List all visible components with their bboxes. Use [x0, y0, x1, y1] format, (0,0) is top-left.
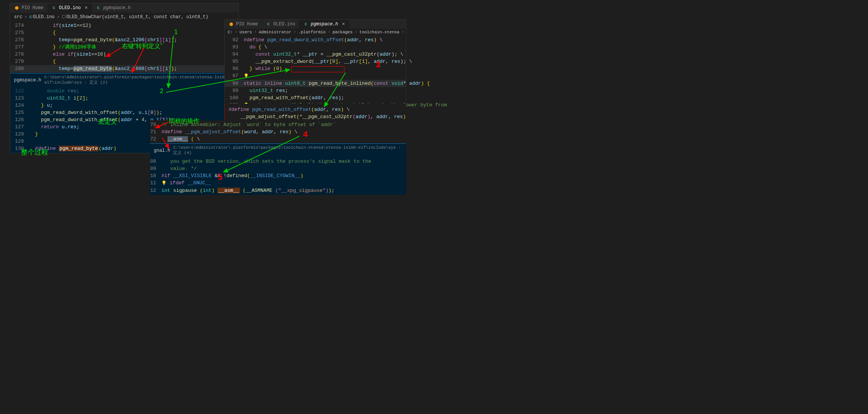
lineno: 127 [10, 123, 29, 131]
code-text: __pgm_adjust_offset(*__pgm_cast_u32ptr(a… [228, 113, 406, 120]
lineno: 12 [150, 187, 161, 194]
lineno: 93 [225, 44, 244, 51]
peek-header[interactable]: gnal.h C:\Users\Administrator\.platformi… [150, 144, 406, 157]
code-area-3[interactable]: #define pgm_read_with_offset(addr, res) … [225, 104, 406, 123]
bc-item: C: [228, 30, 233, 34]
lightbulb-icon[interactable]: 💡 [244, 74, 249, 78]
peek-code-2[interactable]: 08 you get the BSD version, which sets t… [150, 157, 406, 195]
code-text: #define pgm_read_dword_with_offset(addr,… [244, 36, 383, 44]
editor-panel-3: #define pgm_read_with_offset(addr, res) … [224, 104, 406, 123]
bc-item: packages [333, 30, 353, 34]
peek-file: gnal.h [154, 148, 170, 153]
bc-item: .platformio [298, 30, 326, 34]
peek-header[interactable]: pgmspace.h C:\Users\Administrator\.platf… [10, 73, 238, 87]
lineno: 08 [150, 158, 161, 165]
code-text: { [29, 58, 56, 65]
code-text: #define pgm_read_byte(addr) [29, 145, 116, 152]
peek-definition-2: gnal.h C:\Users\Administrator\.platformi… [150, 143, 406, 195]
tabbar-2: ⬢PIO Home COLED.ino Cpgmspace.h× [225, 20, 406, 29]
code-text: value. */ [161, 165, 197, 172]
code-area-1[interactable]: 274 if(size1==12) 275 { 276 temp=pgm_rea… [10, 21, 238, 73]
code-text: else if(size1==16) [29, 51, 106, 58]
bc-func: OLED_ShowChar(uint8_t, uint8_t, const ch… [66, 14, 208, 20]
tab-label: pgmspace.h [311, 22, 338, 27]
chevron-right-icon: › [57, 14, 59, 20]
lineno: 278 [10, 51, 29, 58]
lineno: 100 [225, 94, 244, 101]
bc-file: OLED.ino [33, 14, 55, 20]
code-text: __asm__ ( \ [161, 135, 200, 143]
c-icon: C [96, 5, 101, 11]
breadcrumb-2[interactable]: C:› Users› Administrator› .platformio› p… [225, 29, 406, 36]
lineno: 130 [10, 145, 29, 152]
code-text: // Inline assembler: Adjust `word` to by… [161, 121, 336, 128]
code-text: __pgm_extract_dword(__ptr[0], __ptr[1], … [244, 58, 412, 65]
lineno: 97 [225, 72, 244, 80]
code-text: 💡 ifdef __GNUC__ [161, 179, 211, 187]
bc-src: src [14, 14, 22, 20]
code-text: pgm_read_with_offset(addr, res); [244, 94, 344, 101]
lineno: 10 [150, 172, 161, 179]
close-icon[interactable]: × [342, 21, 345, 27]
c-icon: C [303, 22, 308, 27]
code-text: do { \ [244, 44, 267, 51]
chevron-right-icon: › [294, 30, 296, 34]
code-text: int sigpause (int) __asm__ (__ASMNAME ("… [161, 187, 335, 194]
code-text: } u; [29, 102, 53, 109]
code-text: if(size1==12) [29, 22, 91, 29]
chevron-right-icon: › [402, 30, 404, 34]
tab-oled-ino[interactable]: COLED.ino [262, 20, 300, 29]
code-text: } //调用1206字体 [29, 44, 96, 51]
code-text: double res; [29, 87, 80, 95]
code-area-4[interactable]: 70// Inline assembler: Adjust `word` to … [150, 120, 406, 143]
c-icon: C [52, 5, 57, 11]
breadcrumb[interactable]: src › C OLED.ino › ⬡ OLED_ShowChar(uint8… [10, 12, 238, 21]
code-text: temp=pgm_read_byte(&asc2_1206[chr1][i]); [29, 36, 177, 44]
lineno: 123 [10, 95, 29, 102]
lineno: 70 [150, 121, 161, 128]
c-icon: C [30, 15, 32, 19]
bc-item: Users [239, 30, 252, 34]
chevron-right-icon: › [254, 30, 256, 34]
lineno: 126 [10, 116, 29, 123]
lineno: 96 [225, 65, 244, 72]
tab-label: PIO Home [236, 22, 258, 27]
lightbulb-icon[interactable]: 💡 [161, 181, 167, 185]
code-text: static inline uint8_t pgm_read_byte_inli… [244, 80, 430, 87]
lineno: 280 [10, 65, 29, 72]
code-text: you get the BSD version, which sets the … [161, 158, 371, 165]
tab-pgmspace[interactable]: C pgmspace.h [92, 3, 135, 12]
tab-pio-home[interactable]: ⬢ PIO Home [10, 3, 48, 12]
tab-oled-ino[interactable]: C OLED.ino × [48, 3, 92, 12]
lineno: 279 [10, 58, 29, 65]
lineno: 277 [10, 44, 29, 51]
c-icon: C [266, 22, 271, 27]
tabbar-1: ⬢ PIO Home C OLED.ino × C pgmspace.h [10, 3, 238, 12]
tab-label: pgmspace.h [103, 5, 131, 11]
lineno: 99 [225, 87, 244, 94]
lineno: 72 [150, 135, 161, 143]
lineno: 275 [10, 29, 29, 36]
tab-label: PIO Home [22, 5, 44, 11]
tab-pgmspace[interactable]: Cpgmspace.h× [299, 20, 349, 29]
code-text: { [29, 29, 56, 36]
lineno: 71 [150, 128, 161, 135]
editor-panel-4: 70// Inline assembler: Adjust `word` to … [150, 120, 406, 195]
code-text: #if __XSI_VISIBLE && !defined(__INSIDE_C… [161, 172, 303, 179]
lineno: 276 [10, 36, 29, 44]
tab-label: OLED.ino [274, 22, 296, 27]
close-icon[interactable]: × [84, 5, 88, 11]
code-text: 💡 [244, 72, 249, 80]
lineno: 92 [225, 36, 244, 44]
chevron-right-icon: › [355, 30, 357, 34]
lineno: 122 [10, 87, 29, 95]
lineno: 129 [10, 138, 29, 145]
code-text: pgm_read_dword_with_offset(addr, u.i[0])… [29, 109, 162, 116]
lineno: 94 [225, 51, 244, 58]
tab-pio-home[interactable]: ⬢PIO Home [225, 20, 262, 29]
code-text: temp=pgm_read_byte(&asc2_1608[chr1][i]); [29, 65, 177, 72]
peek-path: C:\Users\Administrator\.platformio\packa… [44, 75, 235, 85]
method-icon: ⬡ [62, 14, 66, 20]
lineno: 128 [10, 131, 29, 138]
code-text: uint32_t res; [244, 87, 288, 94]
